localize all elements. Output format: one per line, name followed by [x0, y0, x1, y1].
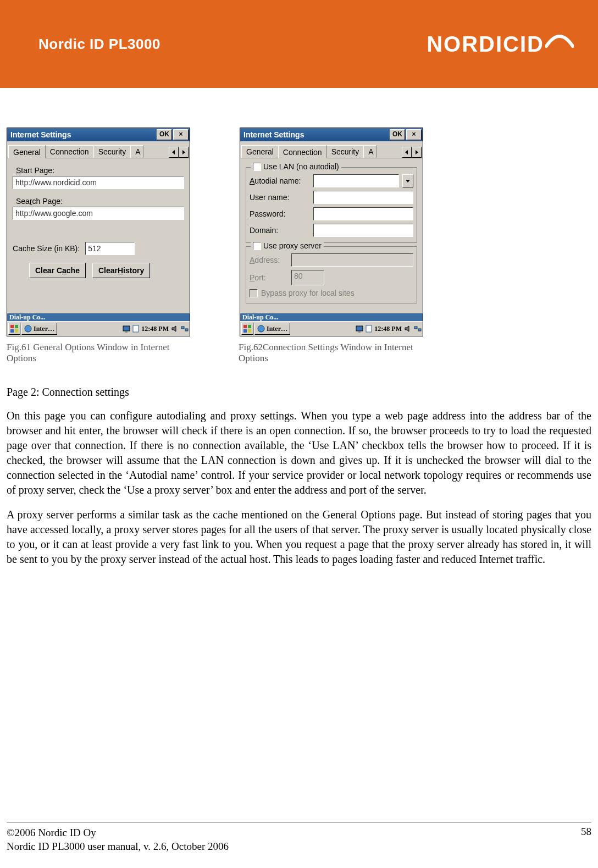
bypass-checkbox[interactable] — [250, 289, 258, 297]
use-proxy-checkbox[interactable] — [253, 242, 261, 250]
cache-input[interactable] — [85, 242, 135, 255]
titlebar[interactable]: Internet Settings OK × — [240, 128, 423, 141]
cache-label: Cache Size (in KB): — [13, 244, 80, 253]
svg-rect-12 — [243, 329, 247, 333]
proxy-address-label: Address: — [250, 256, 288, 264]
search-page-input[interactable] — [13, 207, 184, 220]
window-connection: Internet Settings OK × General Connectio… — [240, 128, 423, 336]
ok-button[interactable]: OK — [390, 129, 405, 140]
windows-flag-icon — [10, 325, 18, 333]
brand-logo: NORDICID — [427, 33, 574, 55]
tab-strip: General Connection Security A — [7, 141, 190, 158]
desktop-icon[interactable] — [356, 325, 363, 333]
svg-rect-17 — [366, 325, 372, 332]
tab-strip: General Connection Security A — [240, 141, 423, 158]
bypass-label: Bypass proxy for local sites — [261, 289, 355, 297]
task-button[interactable]: Inter… — [254, 323, 290, 335]
start-button[interactable] — [8, 323, 20, 335]
svg-rect-13 — [248, 329, 251, 333]
desktop-icon[interactable] — [123, 325, 130, 333]
proxy-port-input[interactable]: 80 — [291, 270, 324, 285]
truncated-window-strip: Dial-up Co... — [240, 313, 423, 321]
document-icon[interactable] — [132, 325, 139, 333]
svg-rect-8 — [181, 327, 184, 329]
proxy-address-row: Address: — [250, 253, 413, 267]
svg-rect-1 — [15, 325, 18, 328]
use-lan-checkbox[interactable] — [253, 163, 261, 171]
svg-rect-19 — [418, 329, 421, 331]
start-page-label: Start Page: — [16, 166, 184, 175]
tab-connection[interactable]: Connection — [278, 145, 327, 158]
footer-left: ©2006 Nordic ID Oy Nordic ID PL3000 user… — [7, 826, 229, 854]
domain-label: Domain: — [250, 226, 310, 235]
caption-right: Fig.62Connection Settings Window in Inte… — [239, 342, 421, 364]
start-page-input[interactable] — [13, 176, 184, 189]
svg-rect-16 — [358, 331, 361, 333]
proxy-legend-text: Use proxy server — [263, 241, 322, 250]
windows-flag-icon — [243, 325, 251, 333]
ok-button[interactable]: OK — [157, 129, 172, 140]
tab-advanced-truncated[interactable]: A — [130, 145, 143, 158]
caption-row: Fig.61 General Options Window in Interne… — [0, 336, 598, 364]
taskbar: Inter… 12:48 PM — [7, 321, 190, 336]
network-icon[interactable] — [414, 325, 422, 333]
footer-copyright: ©2006 Nordic ID Oy — [7, 826, 229, 840]
autodial-dropdown-button[interactable] — [402, 174, 413, 187]
network-icon[interactable] — [181, 325, 189, 333]
close-button[interactable]: × — [173, 129, 189, 140]
svg-rect-0 — [10, 325, 14, 328]
caption-left: Fig.61 General Options Window in Interne… — [7, 342, 189, 364]
autodial-row: Autodial name: — [250, 174, 413, 187]
svg-point-14 — [258, 325, 264, 332]
tab-connection[interactable]: Connection — [45, 145, 94, 158]
swoosh-icon — [545, 33, 574, 55]
clock: 12:48 PM — [374, 325, 402, 333]
svg-rect-7 — [133, 325, 139, 332]
domain-row: Domain: — [250, 224, 413, 237]
volume-icon[interactable] — [404, 325, 412, 333]
svg-rect-3 — [15, 329, 18, 333]
autodial-combo[interactable] — [313, 174, 399, 187]
tab-scroll-left[interactable] — [402, 147, 412, 158]
clear-history-button[interactable]: Clear History — [92, 263, 150, 278]
volume-icon[interactable] — [171, 325, 179, 333]
svg-rect-10 — [243, 325, 247, 328]
clock: 12:48 PM — [141, 325, 169, 333]
proxy-legend: Use proxy server — [251, 241, 324, 250]
tab-scroller — [169, 147, 189, 158]
domain-input[interactable] — [313, 224, 413, 237]
password-input[interactable] — [313, 207, 413, 220]
proxy-address-input[interactable] — [291, 253, 413, 267]
window-title: Internet Settings — [243, 130, 389, 139]
globe-icon — [24, 325, 32, 333]
tab-scroll-left[interactable] — [169, 147, 179, 158]
svg-point-4 — [25, 325, 31, 332]
start-button[interactable] — [241, 323, 253, 335]
system-tray: 12:48 PM — [356, 325, 422, 333]
tab-general[interactable]: General — [241, 145, 279, 158]
client-area: Use LAN (no autodial) Autodial name: Use… — [240, 158, 423, 313]
tab-scroll-right[interactable] — [179, 147, 189, 158]
brand-text: NORDICID — [427, 33, 544, 55]
cache-row: Cache Size (in KB): — [13, 242, 184, 255]
svg-rect-9 — [185, 329, 188, 331]
close-button[interactable]: × — [406, 129, 422, 140]
username-label: User name: — [250, 193, 310, 202]
tab-scroll-right[interactable] — [412, 147, 422, 158]
svg-rect-15 — [356, 326, 363, 331]
clear-cache-button[interactable]: Clear Cache — [29, 263, 86, 278]
tab-security[interactable]: Security — [93, 145, 131, 158]
tab-security[interactable]: Security — [326, 145, 364, 158]
window-title: Internet Settings — [10, 130, 156, 139]
globe-icon — [257, 325, 265, 333]
task-button[interactable]: Inter… — [21, 323, 57, 335]
taskbar: Inter… 12:48 PM — [240, 321, 423, 336]
titlebar[interactable]: Internet Settings OK × — [7, 128, 190, 141]
paragraph-1: On this page you can configure autodiali… — [7, 408, 591, 497]
tab-general[interactable]: General — [8, 145, 46, 158]
username-input[interactable] — [313, 191, 413, 204]
tab-advanced-truncated[interactable]: A — [363, 145, 376, 158]
proxy-port-label: Port: — [250, 273, 288, 282]
search-page-label: Search Page: — [16, 197, 184, 206]
document-icon[interactable] — [366, 325, 372, 333]
